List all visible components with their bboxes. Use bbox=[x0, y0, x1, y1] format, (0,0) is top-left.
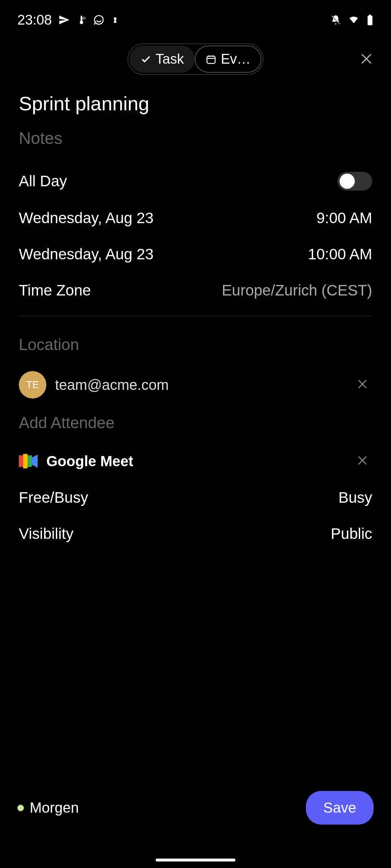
svg-point-1 bbox=[84, 18, 85, 20]
notes-input[interactable]: Notes bbox=[19, 118, 372, 162]
freebusy-label: Free/Busy bbox=[19, 489, 88, 506]
task-segment-label: Task bbox=[156, 51, 184, 67]
svg-marker-21 bbox=[32, 455, 38, 468]
event-segment-label: Ev… bbox=[221, 51, 251, 67]
status-left: 23:08 bbox=[17, 12, 119, 28]
telegram-icon bbox=[58, 14, 70, 26]
calendar-selector[interactable]: Morgen bbox=[17, 800, 79, 816]
divider bbox=[19, 316, 372, 316]
svg-point-4 bbox=[94, 16, 103, 24]
footer: Morgen Save bbox=[0, 791, 391, 825]
close-button[interactable] bbox=[359, 51, 374, 67]
status-time: 23:08 bbox=[17, 12, 52, 28]
status-right bbox=[330, 14, 374, 26]
attendee-email[interactable]: team@acme.com bbox=[55, 377, 344, 393]
conference-label[interactable]: Google Meet bbox=[46, 453, 344, 469]
type-selector-row: Task Ev… bbox=[0, 36, 391, 86]
all-day-label: All Day bbox=[19, 173, 67, 190]
svg-rect-9 bbox=[369, 14, 371, 16]
remove-conference-button[interactable] bbox=[353, 451, 372, 472]
svg-rect-19 bbox=[23, 454, 28, 468]
add-attendee-input[interactable]: Add Attendee bbox=[19, 407, 372, 443]
save-button[interactable]: Save bbox=[306, 791, 374, 825]
svg-point-2 bbox=[82, 18, 83, 19]
calendar-icon bbox=[206, 54, 216, 65]
attendee-row: TE team@acme.com bbox=[19, 363, 372, 407]
toggle-knob bbox=[340, 174, 355, 189]
location-input[interactable]: Location bbox=[19, 323, 372, 363]
type-selector: Task Ev… bbox=[127, 43, 264, 75]
calendar-color-dot bbox=[17, 805, 24, 811]
visibility-label: Visibility bbox=[19, 525, 73, 542]
svg-point-5 bbox=[114, 17, 116, 20]
google-meet-icon bbox=[19, 454, 38, 468]
svg-rect-8 bbox=[367, 16, 372, 25]
svg-rect-20 bbox=[28, 455, 32, 467]
form-content: Sprint planning Notes All Day Wednesday,… bbox=[0, 86, 391, 552]
remove-attendee-button[interactable] bbox=[353, 374, 372, 395]
check-icon bbox=[140, 54, 151, 65]
start-time[interactable]: 9:00 AM bbox=[316, 209, 372, 227]
freebusy-row[interactable]: Free/Busy Busy bbox=[19, 480, 372, 516]
freebusy-value: Busy bbox=[339, 489, 372, 506]
keyhole-icon bbox=[111, 14, 119, 26]
conference-row: Google Meet bbox=[19, 443, 372, 480]
timezone-value: Europe/Zurich (CEST) bbox=[222, 282, 372, 299]
svg-point-0 bbox=[84, 17, 85, 18]
thermometer-icon bbox=[76, 14, 87, 26]
timezone-label: Time Zone bbox=[19, 282, 91, 299]
calendar-name: Morgen bbox=[30, 800, 79, 816]
svg-rect-18 bbox=[19, 455, 23, 467]
home-indicator[interactable] bbox=[156, 859, 235, 861]
visibility-row[interactable]: Visibility Public bbox=[19, 516, 372, 552]
title-input[interactable]: Sprint planning bbox=[19, 86, 372, 118]
end-date[interactable]: Wednesday, Aug 23 bbox=[19, 246, 154, 263]
timezone-row[interactable]: Time Zone Europe/Zurich (CEST) bbox=[19, 272, 372, 309]
start-row[interactable]: Wednesday, Aug 23 9:00 AM bbox=[19, 200, 372, 236]
event-segment[interactable]: Ev… bbox=[195, 46, 261, 73]
task-segment[interactable]: Task bbox=[130, 46, 195, 73]
whatsapp-icon bbox=[93, 14, 105, 26]
svg-point-3 bbox=[85, 18, 86, 19]
notifications-off-icon bbox=[330, 14, 341, 25]
end-row[interactable]: Wednesday, Aug 23 10:00 AM bbox=[19, 236, 372, 272]
svg-rect-10 bbox=[207, 56, 215, 63]
battery-icon bbox=[366, 14, 374, 26]
all-day-row: All Day bbox=[19, 162, 372, 200]
visibility-value: Public bbox=[331, 525, 372, 542]
status-bar: 23:08 bbox=[0, 0, 391, 36]
start-date[interactable]: Wednesday, Aug 23 bbox=[19, 209, 154, 227]
attendee-avatar: TE bbox=[19, 371, 46, 399]
all-day-toggle[interactable] bbox=[337, 172, 372, 191]
wifi-icon bbox=[348, 15, 360, 25]
end-time[interactable]: 10:00 AM bbox=[308, 246, 372, 263]
